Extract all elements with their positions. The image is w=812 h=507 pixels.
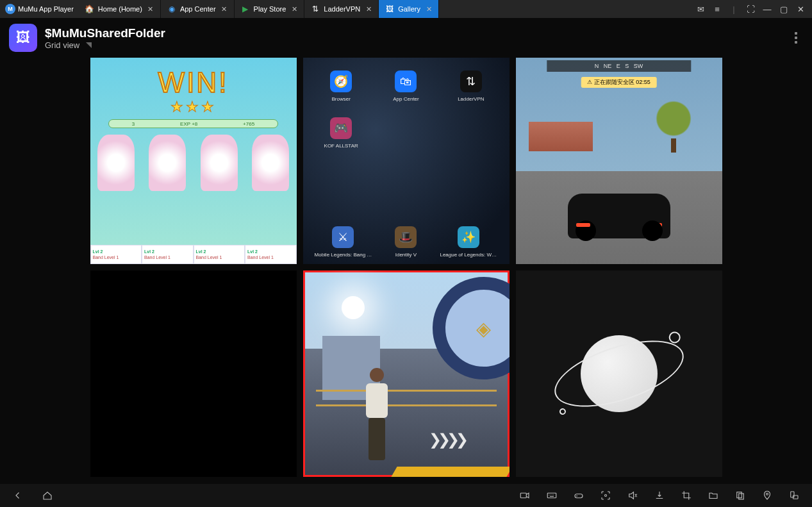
result-card: Lvl 2Band Level 1 <box>90 245 142 264</box>
multi-instance-icon[interactable] <box>734 489 747 502</box>
home-button[interactable] <box>41 489 54 502</box>
car-sprite <box>568 194 670 238</box>
close-icon[interactable]: ✕ <box>146 4 155 13</box>
building-sprite <box>529 122 593 151</box>
char-sprite <box>201 135 238 191</box>
thumbnail-1[interactable]: WIN! ★★★ 3 EXP +8 +765 Lvl 2Band Level 1… <box>90 58 297 264</box>
exp-val-c: +765 <box>243 121 254 127</box>
title-bar: M MuMu App Player 🏠 Home (Home) ✕ ◉ App … <box>0 0 812 18</box>
view-mode-dropdown-icon[interactable] <box>86 42 92 48</box>
thumbnail-2[interactable]: 🧭Browser 🛍App Center ⇅LadderVPN 🎮KOF ALL… <box>303 58 510 264</box>
svg-point-3 <box>605 495 607 497</box>
app-icon: ⇅ <box>460 71 482 92</box>
tab-strip: 🏠 Home (Home) ✕ ◉ App Center ✕ ▶ Play St… <box>79 0 439 18</box>
exp-val-a: 3 <box>132 121 135 127</box>
gamepad-icon[interactable] <box>572 489 585 502</box>
thumbnail-4[interactable] <box>90 270 297 477</box>
gps-icon[interactable] <box>761 489 774 502</box>
menu-icon[interactable]: ≡ <box>712 4 722 14</box>
close-icon[interactable]: ✕ <box>290 4 299 13</box>
close-icon[interactable]: ✕ <box>364 4 373 13</box>
tab-app-center[interactable]: ◉ App Center ✕ <box>161 0 235 18</box>
gallery-grid: WIN! ★★★ 3 EXP +8 +765 Lvl 2Band Level 1… <box>0 58 812 477</box>
screenshot-icon[interactable] <box>599 489 612 502</box>
tab-home[interactable]: 🏠 Home (Home) ✕ <box>79 0 161 18</box>
brand-logo: M <box>5 4 15 14</box>
svg-rect-1 <box>547 493 556 498</box>
launcher-app: 🛍App Center <box>376 71 436 102</box>
tab-label: Gallery <box>398 5 420 13</box>
railing <box>316 390 497 406</box>
moon-icon <box>558 408 567 416</box>
close-window-icon[interactable]: ✕ <box>795 4 806 14</box>
svg-rect-4 <box>737 492 742 498</box>
floor-marking <box>391 467 510 477</box>
app-icon: ✨ <box>458 226 479 248</box>
keyboard-icon[interactable] <box>545 489 558 502</box>
app-icon: 🎩 <box>395 226 417 248</box>
win-text: WIN! <box>158 67 229 99</box>
app-icon: ⚔ <box>332 226 354 248</box>
app-icon: 🎮 <box>330 117 352 139</box>
exp-val-b: EXP +8 <box>180 121 197 127</box>
hud-warning: ⚠ 正在跟随安全区 02:55 <box>581 77 657 88</box>
launcher-app: ⚔Mobile Legends: Bang … <box>315 226 372 258</box>
rotate-icon[interactable] <box>788 489 800 502</box>
fullscreen-icon[interactable]: ⛶ <box>745 4 756 14</box>
gallery-app-icon: 🖼 <box>9 24 37 52</box>
record-video-icon[interactable] <box>518 489 531 502</box>
android-nav <box>12 489 54 502</box>
app-label: App Center <box>393 96 418 102</box>
thumbnail-5-selected[interactable]: ◈ ❯❯❯❯ <box>303 270 510 477</box>
app-icon: 🛍 <box>395 71 417 92</box>
exp-bar: 3 EXP +8 +765 <box>108 119 278 128</box>
planet-graphic <box>581 335 658 412</box>
mail-icon[interactable]: ✉ <box>695 4 706 14</box>
tab-label: Home (Home) <box>98 5 142 13</box>
tab-gallery[interactable]: 🖼 Gallery ✕ <box>379 0 439 18</box>
result-card: Lvl 2Band Level 1 <box>245 245 297 264</box>
maximize-icon[interactable]: ▢ <box>779 4 789 14</box>
tab-laddervpn[interactable]: ⇅ LadderVPN ✕ <box>304 0 379 18</box>
crop-icon[interactable] <box>680 489 693 502</box>
app-label: KOF ALLSTAR <box>324 143 358 149</box>
svg-rect-0 <box>520 493 526 498</box>
result-card: Lvl 2Band Level 1 <box>194 245 245 264</box>
mute-icon[interactable] <box>626 489 639 502</box>
back-button[interactable] <box>12 489 24 502</box>
svg-point-6 <box>766 493 768 495</box>
close-icon[interactable]: ✕ <box>220 4 229 13</box>
app-label: LadderVPN <box>458 96 484 102</box>
folder-icon[interactable] <box>707 489 720 502</box>
result-cards: Lvl 2Band Level 1 Lvl 2Band Level 1 Lvl … <box>90 245 297 264</box>
thumbnail-3[interactable]: N NE E S SW ⚠ 正在跟随安全区 02:55 <box>516 58 722 264</box>
title-bar-right: ✉ ≡ | ⛶ — ▢ ✕ <box>689 0 812 18</box>
app-icon: 🧭 <box>330 71 352 92</box>
launcher-app: ⇅LadderVPN <box>440 71 501 102</box>
tree-sprite <box>654 96 693 141</box>
tab-label: Play Store <box>254 5 286 13</box>
apk-install-icon[interactable] <box>653 489 666 502</box>
close-icon[interactable]: ✕ <box>424 4 433 13</box>
floor-arrows-icon: ❯❯❯❯ <box>429 431 465 449</box>
more-menu-button[interactable] <box>795 32 797 44</box>
svg-rect-5 <box>739 494 744 499</box>
launcher-app: ✨League of Legends: Wil… <box>440 226 497 258</box>
brand-name: MuMu App Player <box>18 5 74 13</box>
launcher-app: 🧭Browser <box>311 71 372 102</box>
appctr-icon: ◉ <box>167 4 176 13</box>
tab-label: App Center <box>180 5 216 13</box>
portal-emblem-icon: ◈ <box>476 317 491 340</box>
app-label: League of Legends: Wil… <box>440 252 497 258</box>
launcher-app: 🎮KOF ALLSTAR <box>311 117 372 149</box>
vpn-icon: ⇅ <box>311 4 320 13</box>
thumbnail-6[interactable] <box>516 270 722 477</box>
app-label: Mobile Legends: Bang … <box>315 252 372 258</box>
launcher-dock: ⚔Mobile Legends: Bang … 🎩Identity V ✨Lea… <box>303 226 510 258</box>
minimize-icon[interactable]: — <box>762 4 772 14</box>
header-text: $MuMuSharedFolder Grid view <box>45 26 165 50</box>
tab-play-store[interactable]: ▶ Play Store ✕ <box>235 0 305 18</box>
home-icon: 🏠 <box>85 4 94 13</box>
char-sprite <box>252 135 289 191</box>
folder-title: $MuMuSharedFolder <box>45 26 165 40</box>
